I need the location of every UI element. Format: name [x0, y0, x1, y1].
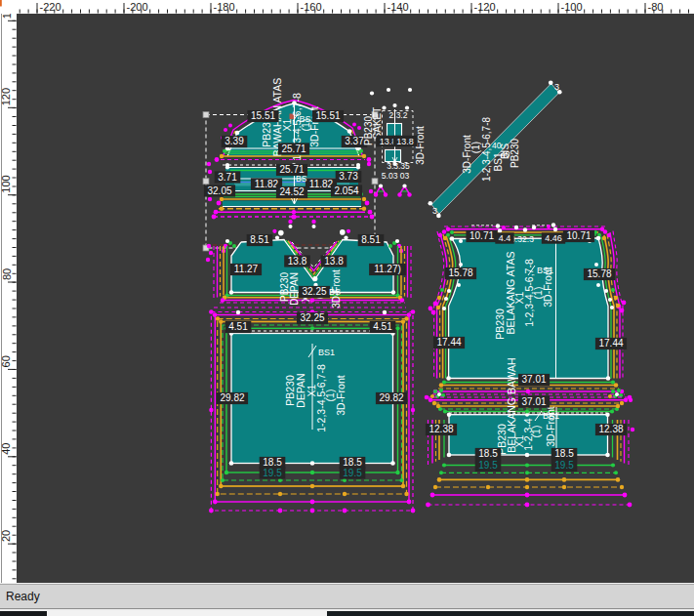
svg-text:3.37: 3.37 — [345, 136, 364, 146]
svg-text:11.82: 11.82 — [255, 179, 279, 189]
svg-text:3.39: 3.39 — [225, 136, 244, 146]
svg-text:32.05: 32.05 — [207, 185, 231, 196]
svg-text:4.51: 4.51 — [373, 321, 392, 332]
svg-text:BS: BS — [296, 174, 307, 184]
svg-text:17.44: 17.44 — [436, 337, 461, 348]
svg-text:8.51: 8.51 — [361, 234, 381, 245]
svg-text:60: 60 — [1, 355, 13, 367]
svg-text:100: 100 — [1, 175, 13, 192]
svg-text:11.27: 11.27 — [234, 264, 259, 274]
svg-text:15.51: 15.51 — [251, 110, 275, 121]
svg-text:DEPAN: DEPAN — [289, 272, 300, 306]
svg-text:-180: -180 — [214, 1, 235, 13]
svg-text:4.4: 4.4 — [499, 233, 511, 243]
svg-text:3: 3 — [554, 82, 559, 92]
svg-text:(1): (1) — [530, 426, 542, 438]
svg-text:40: 40 — [501, 149, 510, 159]
svg-text:-80: -80 — [648, 1, 664, 13]
svg-text:37.01: 37.01 — [521, 374, 546, 385]
svg-text:13.8: 13.8 — [396, 137, 414, 146]
svg-text:2.054: 2.054 — [334, 185, 358, 196]
svg-text:18.5: 18.5 — [554, 448, 574, 459]
svg-text:12.38: 12.38 — [598, 424, 623, 434]
svg-text:PB230: PB230 — [279, 272, 290, 302]
svg-text:-120: -120 — [474, 1, 496, 13]
svg-text:-160: -160 — [301, 1, 322, 13]
svg-text:120: 120 — [1, 88, 13, 105]
svg-text:4.51: 4.51 — [228, 321, 248, 332]
svg-text:29.82: 29.82 — [220, 392, 244, 403]
svg-text:17.44: 17.44 — [598, 338, 623, 349]
svg-text:32.25: 32.25 — [302, 286, 326, 297]
svg-text:19.5: 19.5 — [263, 468, 282, 478]
svg-text:19.5: 19.5 — [478, 460, 498, 471]
svg-text:11.82: 11.82 — [309, 179, 334, 189]
svg-text:3.3.35: 3.3.35 — [387, 161, 410, 171]
svg-text:2.3: 2.3 — [522, 234, 534, 244]
svg-text:2.3.2: 2.3.2 — [389, 110, 408, 120]
svg-text:24.52: 24.52 — [279, 186, 304, 197]
svg-text:10.71: 10.71 — [469, 230, 494, 241]
svg-text:13.8: 13.8 — [288, 256, 307, 267]
svg-text:3D-Front: 3D-Front — [545, 406, 556, 447]
svg-text:8.51: 8.51 — [250, 234, 269, 245]
svg-text:18.5: 18.5 — [263, 457, 282, 468]
svg-text:5.03 03: 5.03 03 — [382, 171, 410, 181]
svg-text:15.78: 15.78 — [448, 267, 472, 278]
svg-text:SAKET: SAKET — [372, 107, 383, 140]
svg-text:BS: BS — [329, 287, 341, 297]
svg-text:PB230: PB230 — [510, 139, 520, 168]
svg-text:80: 80 — [1, 268, 13, 280]
svg-text:140: 140 — [1, 14, 13, 19]
svg-text:15.51: 15.51 — [315, 110, 340, 121]
svg-text:1-2,3-4,5-6,7-8: 1-2,3-4,5-6,7-8 — [481, 116, 492, 182]
svg-text:3D-Front: 3D-Front — [542, 267, 553, 308]
svg-text:10.71: 10.71 — [566, 230, 591, 241]
svg-text:29.82: 29.82 — [379, 392, 403, 403]
svg-text:4.46: 4.46 — [545, 233, 562, 243]
svg-text:12.38: 12.38 — [429, 424, 453, 434]
svg-text:18.5: 18.5 — [478, 448, 498, 459]
svg-text:19.5: 19.5 — [554, 460, 574, 471]
svg-text:BS1: BS1 — [318, 348, 335, 357]
svg-text:3.71: 3.71 — [218, 172, 237, 183]
svg-text:11.27): 11.27) — [374, 264, 401, 274]
svg-text:-100: -100 — [561, 1, 583, 13]
svg-text:3D-Front: 3D-Front — [335, 375, 347, 416]
svg-text:40: 40 — [1, 443, 13, 455]
svg-text:-140: -140 — [388, 1, 409, 13]
svg-text:25.71: 25.71 — [281, 144, 306, 154]
svg-text:3.73: 3.73 — [339, 171, 358, 182]
svg-text:19.5: 19.5 — [343, 468, 362, 478]
svg-text:-220: -220 — [40, 1, 61, 13]
svg-text:13.8: 13.8 — [324, 256, 344, 267]
svg-text:32.25: 32.25 — [300, 312, 324, 323]
svg-text:(1): (1) — [470, 142, 481, 153]
svg-text:18.5: 18.5 — [343, 457, 362, 468]
svg-text:3: 3 — [432, 206, 437, 216]
svg-text:15.78: 15.78 — [587, 268, 611, 279]
svg-text:20: 20 — [1, 530, 13, 542]
svg-text:37.01: 37.01 — [521, 396, 546, 407]
svg-text:-200: -200 — [127, 1, 148, 13]
